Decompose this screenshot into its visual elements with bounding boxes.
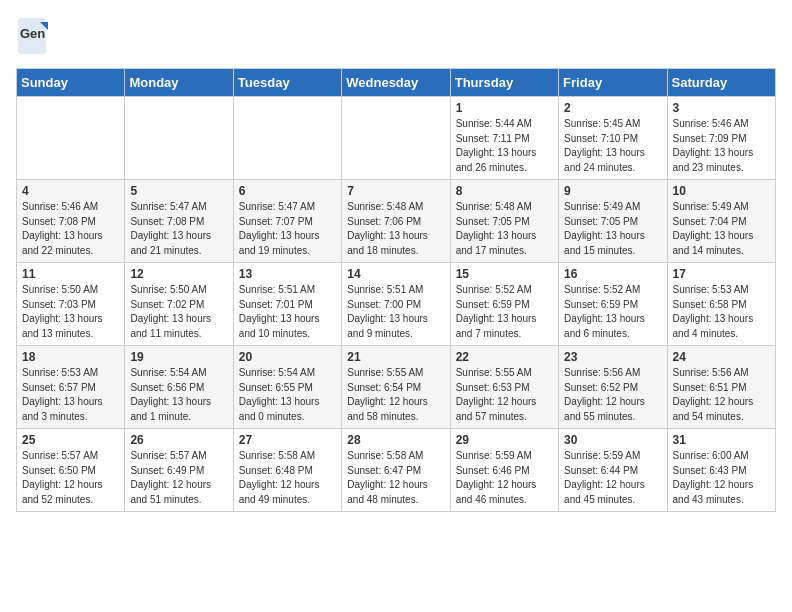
day-info: Sunrise: 5:44 AMSunset: 7:11 PMDaylight:…: [456, 117, 553, 175]
calendar-week-row: 18Sunrise: 5:53 AMSunset: 6:57 PMDayligh…: [17, 346, 776, 429]
day-of-week-header: Monday: [125, 69, 233, 97]
day-of-week-header: Sunday: [17, 69, 125, 97]
day-number: 19: [130, 350, 227, 364]
day-info: Sunrise: 5:48 AMSunset: 7:06 PMDaylight:…: [347, 200, 444, 258]
day-info: Sunrise: 5:50 AMSunset: 7:02 PMDaylight:…: [130, 283, 227, 341]
day-number: 22: [456, 350, 553, 364]
day-info: Sunrise: 5:46 AMSunset: 7:08 PMDaylight:…: [22, 200, 119, 258]
calendar-table: SundayMondayTuesdayWednesdayThursdayFrid…: [16, 68, 776, 512]
calendar-cell: 22Sunrise: 5:55 AMSunset: 6:53 PMDayligh…: [450, 346, 558, 429]
logo-icon: Gen: [16, 16, 48, 60]
day-of-week-header: Wednesday: [342, 69, 450, 97]
day-number: 17: [673, 267, 770, 281]
calendar-cell: 19Sunrise: 5:54 AMSunset: 6:56 PMDayligh…: [125, 346, 233, 429]
day-number: 14: [347, 267, 444, 281]
day-info: Sunrise: 5:58 AMSunset: 6:48 PMDaylight:…: [239, 449, 336, 507]
day-number: 13: [239, 267, 336, 281]
calendar-cell: 9Sunrise: 5:49 AMSunset: 7:05 PMDaylight…: [559, 180, 667, 263]
day-info: Sunrise: 5:57 AMSunset: 6:50 PMDaylight:…: [22, 449, 119, 507]
day-number: 2: [564, 101, 661, 115]
day-info: Sunrise: 5:52 AMSunset: 6:59 PMDaylight:…: [564, 283, 661, 341]
calendar-cell: 28Sunrise: 5:58 AMSunset: 6:47 PMDayligh…: [342, 429, 450, 512]
day-info: Sunrise: 5:49 AMSunset: 7:04 PMDaylight:…: [673, 200, 770, 258]
day-info: Sunrise: 5:52 AMSunset: 6:59 PMDaylight:…: [456, 283, 553, 341]
calendar-week-row: 25Sunrise: 5:57 AMSunset: 6:50 PMDayligh…: [17, 429, 776, 512]
day-info: Sunrise: 5:51 AMSunset: 7:01 PMDaylight:…: [239, 283, 336, 341]
calendar-week-row: 1Sunrise: 5:44 AMSunset: 7:11 PMDaylight…: [17, 97, 776, 180]
day-number: 12: [130, 267, 227, 281]
calendar-cell: 7Sunrise: 5:48 AMSunset: 7:06 PMDaylight…: [342, 180, 450, 263]
calendar-cell: 15Sunrise: 5:52 AMSunset: 6:59 PMDayligh…: [450, 263, 558, 346]
svg-text:Gen: Gen: [20, 26, 45, 41]
day-number: 6: [239, 184, 336, 198]
day-number: 5: [130, 184, 227, 198]
day-number: 24: [673, 350, 770, 364]
day-number: 10: [673, 184, 770, 198]
calendar-week-row: 11Sunrise: 5:50 AMSunset: 7:03 PMDayligh…: [17, 263, 776, 346]
day-number: 18: [22, 350, 119, 364]
day-info: Sunrise: 5:55 AMSunset: 6:54 PMDaylight:…: [347, 366, 444, 424]
day-info: Sunrise: 5:45 AMSunset: 7:10 PMDaylight:…: [564, 117, 661, 175]
page-header: Gen: [16, 16, 776, 60]
day-number: 26: [130, 433, 227, 447]
day-info: Sunrise: 5:54 AMSunset: 6:55 PMDaylight:…: [239, 366, 336, 424]
day-of-week-header: Thursday: [450, 69, 558, 97]
calendar-cell: [233, 97, 341, 180]
day-number: 21: [347, 350, 444, 364]
day-number: 31: [673, 433, 770, 447]
day-info: Sunrise: 5:59 AMSunset: 6:44 PMDaylight:…: [564, 449, 661, 507]
day-info: Sunrise: 5:55 AMSunset: 6:53 PMDaylight:…: [456, 366, 553, 424]
day-info: Sunrise: 5:47 AMSunset: 7:07 PMDaylight:…: [239, 200, 336, 258]
calendar-cell: 31Sunrise: 6:00 AMSunset: 6:43 PMDayligh…: [667, 429, 775, 512]
day-number: 7: [347, 184, 444, 198]
day-info: Sunrise: 5:48 AMSunset: 7:05 PMDaylight:…: [456, 200, 553, 258]
calendar-cell: 10Sunrise: 5:49 AMSunset: 7:04 PMDayligh…: [667, 180, 775, 263]
day-info: Sunrise: 5:47 AMSunset: 7:08 PMDaylight:…: [130, 200, 227, 258]
day-info: Sunrise: 5:56 AMSunset: 6:52 PMDaylight:…: [564, 366, 661, 424]
calendar-cell: 16Sunrise: 5:52 AMSunset: 6:59 PMDayligh…: [559, 263, 667, 346]
day-number: 28: [347, 433, 444, 447]
calendar-cell: 6Sunrise: 5:47 AMSunset: 7:07 PMDaylight…: [233, 180, 341, 263]
calendar-cell: 29Sunrise: 5:59 AMSunset: 6:46 PMDayligh…: [450, 429, 558, 512]
day-number: 15: [456, 267, 553, 281]
calendar-cell: 30Sunrise: 5:59 AMSunset: 6:44 PMDayligh…: [559, 429, 667, 512]
calendar-cell: 4Sunrise: 5:46 AMSunset: 7:08 PMDaylight…: [17, 180, 125, 263]
day-number: 11: [22, 267, 119, 281]
calendar-cell: 14Sunrise: 5:51 AMSunset: 7:00 PMDayligh…: [342, 263, 450, 346]
day-info: Sunrise: 5:56 AMSunset: 6:51 PMDaylight:…: [673, 366, 770, 424]
day-number: 1: [456, 101, 553, 115]
calendar-cell: 12Sunrise: 5:50 AMSunset: 7:02 PMDayligh…: [125, 263, 233, 346]
calendar-cell: [125, 97, 233, 180]
calendar-cell: 2Sunrise: 5:45 AMSunset: 7:10 PMDaylight…: [559, 97, 667, 180]
calendar-cell: 24Sunrise: 5:56 AMSunset: 6:51 PMDayligh…: [667, 346, 775, 429]
day-of-week-header: Saturday: [667, 69, 775, 97]
day-info: Sunrise: 5:50 AMSunset: 7:03 PMDaylight:…: [22, 283, 119, 341]
day-info: Sunrise: 5:51 AMSunset: 7:00 PMDaylight:…: [347, 283, 444, 341]
calendar-cell: 26Sunrise: 5:57 AMSunset: 6:49 PMDayligh…: [125, 429, 233, 512]
day-info: Sunrise: 6:00 AMSunset: 6:43 PMDaylight:…: [673, 449, 770, 507]
calendar-week-row: 4Sunrise: 5:46 AMSunset: 7:08 PMDaylight…: [17, 180, 776, 263]
calendar-cell: 23Sunrise: 5:56 AMSunset: 6:52 PMDayligh…: [559, 346, 667, 429]
calendar-header-row: SundayMondayTuesdayWednesdayThursdayFrid…: [17, 69, 776, 97]
logo: Gen: [16, 16, 52, 60]
day-number: 8: [456, 184, 553, 198]
day-info: Sunrise: 5:53 AMSunset: 6:58 PMDaylight:…: [673, 283, 770, 341]
day-number: 9: [564, 184, 661, 198]
day-number: 27: [239, 433, 336, 447]
calendar-cell: 17Sunrise: 5:53 AMSunset: 6:58 PMDayligh…: [667, 263, 775, 346]
day-of-week-header: Friday: [559, 69, 667, 97]
day-number: 30: [564, 433, 661, 447]
calendar-cell: 21Sunrise: 5:55 AMSunset: 6:54 PMDayligh…: [342, 346, 450, 429]
day-of-week-header: Tuesday: [233, 69, 341, 97]
calendar-cell: 20Sunrise: 5:54 AMSunset: 6:55 PMDayligh…: [233, 346, 341, 429]
calendar-cell: 8Sunrise: 5:48 AMSunset: 7:05 PMDaylight…: [450, 180, 558, 263]
calendar-cell: 13Sunrise: 5:51 AMSunset: 7:01 PMDayligh…: [233, 263, 341, 346]
calendar-cell: 18Sunrise: 5:53 AMSunset: 6:57 PMDayligh…: [17, 346, 125, 429]
day-number: 29: [456, 433, 553, 447]
day-info: Sunrise: 5:58 AMSunset: 6:47 PMDaylight:…: [347, 449, 444, 507]
calendar-cell: 5Sunrise: 5:47 AMSunset: 7:08 PMDaylight…: [125, 180, 233, 263]
day-number: 16: [564, 267, 661, 281]
day-info: Sunrise: 5:59 AMSunset: 6:46 PMDaylight:…: [456, 449, 553, 507]
day-number: 25: [22, 433, 119, 447]
calendar-cell: [17, 97, 125, 180]
